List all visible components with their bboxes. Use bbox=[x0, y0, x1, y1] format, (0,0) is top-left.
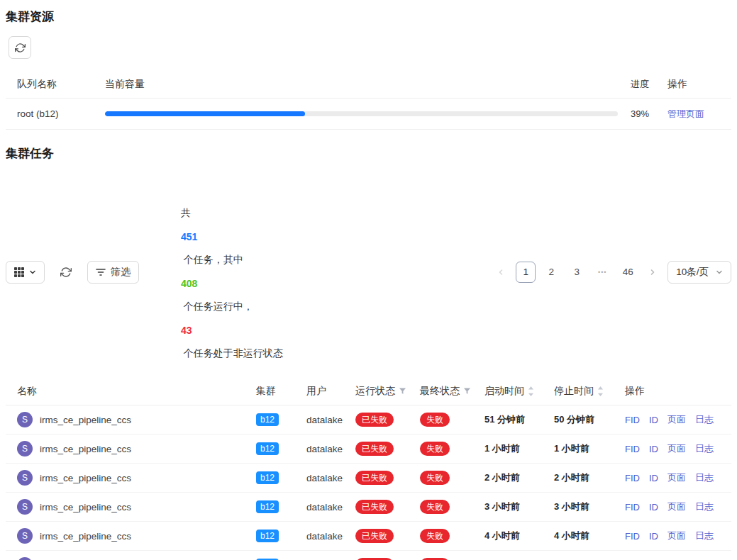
task-row: S irms_ce_pipeline_ccs b12 datalake 已失败 … bbox=[6, 522, 731, 551]
queue-name: root (b12) bbox=[6, 108, 105, 119]
manage-page-link[interactable]: 管理页面 bbox=[667, 108, 704, 119]
stop-time: 4 小时前 bbox=[554, 530, 619, 542]
run-status-badge: 已失败 bbox=[355, 471, 394, 485]
col-action: 操作 bbox=[619, 385, 731, 398]
id-link[interactable]: ID bbox=[649, 444, 658, 454]
page-number[interactable]: 3 bbox=[567, 262, 587, 283]
log-link[interactable]: 日志 bbox=[695, 530, 714, 542]
log-link[interactable]: 日志 bbox=[695, 500, 714, 513]
id-link[interactable]: ID bbox=[649, 531, 658, 542]
capacity-progress-bar bbox=[105, 111, 618, 116]
stop-time: 1 小时前 bbox=[554, 442, 619, 455]
progress-percent: 39% bbox=[631, 108, 667, 119]
task-row: S irms_ce_pipeline_ccs b12 datalake 已失败 … bbox=[6, 551, 731, 560]
refresh-icon bbox=[60, 267, 72, 278]
page-link[interactable]: 页面 bbox=[667, 442, 686, 455]
id-link[interactable]: ID bbox=[649, 473, 658, 483]
run-status-badge: 已失败 bbox=[355, 500, 394, 514]
id-link[interactable]: ID bbox=[649, 502, 658, 513]
col-action: 操作 bbox=[667, 78, 731, 91]
cluster-resources-section: 集群资源 队列名称 当前容量 进度 操作 root (b12) bbox=[6, 9, 731, 130]
page-link[interactable]: 页面 bbox=[667, 413, 686, 426]
col-name: 名称 bbox=[6, 385, 256, 398]
summary-text: 个任务，其中 bbox=[181, 254, 246, 265]
chevron-right-icon bbox=[649, 269, 656, 276]
start-time: 2 小时前 bbox=[484, 471, 554, 484]
cluster-tasks-section: 集群任务 bbox=[6, 145, 731, 560]
cluster-badge: b12 bbox=[256, 442, 279, 455]
id-link[interactable]: ID bbox=[649, 415, 658, 425]
tasks-table-body: S irms_ce_pipeline_ccs b12 datalake 已失败 … bbox=[6, 405, 731, 560]
task-name: irms_ce_pipeline_ccs bbox=[40, 444, 131, 454]
page-number[interactable]: 2 bbox=[541, 262, 561, 283]
col-queue-name: 队列名称 bbox=[6, 78, 105, 91]
task-name: irms_ce_pipeline_ccs bbox=[40, 502, 131, 513]
col-final-status: 最终状态 bbox=[420, 385, 484, 398]
funnel-filter-icon[interactable] bbox=[463, 387, 471, 395]
summary-text: 共 bbox=[181, 207, 194, 218]
summary-text: 408 bbox=[181, 278, 197, 289]
tasks-refresh-button[interactable] bbox=[60, 267, 72, 278]
next-page-button[interactable] bbox=[643, 262, 662, 283]
resources-table: 队列名称 当前容量 进度 操作 root (b12) 39% 管理页面 bbox=[6, 70, 731, 130]
stop-time: 3 小时前 bbox=[554, 500, 619, 513]
run-status-badge: 已失败 bbox=[355, 529, 394, 543]
task-summary: 共 451 个任务，其中 408 个任务运行中， 43 个任务处于非运行状态 bbox=[153, 173, 283, 371]
cluster-resources-title: 集群资源 bbox=[6, 9, 731, 25]
resources-table-header: 队列名称 当前容量 进度 操作 bbox=[6, 70, 731, 99]
task-name: irms_ce_pipeline_ccs bbox=[40, 415, 131, 425]
cluster-badge: b12 bbox=[256, 471, 279, 484]
sorter-icon[interactable] bbox=[528, 386, 534, 396]
tasks-table: 名称 集群 用户 运行状态 最终状态 启动时间 停止时间 bbox=[6, 377, 731, 560]
cluster-badge: b12 bbox=[256, 530, 279, 542]
page-size-select[interactable]: 10条/页 bbox=[667, 261, 731, 284]
resources-refresh-button[interactable] bbox=[9, 36, 31, 59]
final-status-badge: 失败 bbox=[420, 529, 450, 543]
log-link[interactable]: 日志 bbox=[695, 471, 714, 484]
fid-link[interactable]: FID bbox=[625, 502, 640, 513]
final-status-badge: 失败 bbox=[420, 471, 450, 485]
page: 集群资源 队列名称 当前容量 进度 操作 root (b12) bbox=[0, 0, 737, 560]
column-settings-button[interactable] bbox=[6, 261, 45, 284]
page-link[interactable]: 页面 bbox=[667, 530, 686, 542]
fid-link[interactable]: FID bbox=[625, 473, 640, 483]
page-number[interactable]: 46 bbox=[618, 262, 638, 283]
chevron-down-icon bbox=[716, 269, 723, 276]
log-link[interactable]: 日志 bbox=[695, 413, 714, 426]
cluster-badge: b12 bbox=[256, 413, 279, 426]
page-link[interactable]: 页面 bbox=[667, 500, 686, 513]
page-link[interactable]: 页面 bbox=[667, 471, 686, 484]
funnel-filter-icon[interactable] bbox=[399, 387, 406, 395]
col-progress: 进度 bbox=[631, 78, 667, 91]
task-row: S irms_ce_pipeline_ccs b12 datalake 已失败 … bbox=[6, 493, 731, 522]
col-start-time: 启动时间 bbox=[484, 385, 554, 398]
prev-page-button[interactable] bbox=[492, 262, 510, 283]
log-link[interactable]: 日志 bbox=[695, 442, 714, 455]
final-status-badge: 失败 bbox=[420, 500, 450, 514]
fid-link[interactable]: FID bbox=[625, 531, 640, 542]
task-name: irms_ce_pipeline_ccs bbox=[40, 531, 131, 542]
sorter-icon[interactable] bbox=[597, 386, 604, 396]
page-number[interactable]: ••• bbox=[592, 262, 612, 283]
task-user: datalake bbox=[306, 502, 355, 513]
task-user: datalake bbox=[306, 473, 355, 483]
task-row: S irms_ce_pipeline_ccs b12 datalake 已失败 … bbox=[6, 435, 731, 464]
col-current-capacity: 当前容量 bbox=[105, 78, 631, 91]
avatar: S bbox=[17, 528, 33, 544]
chevron-down-icon bbox=[29, 269, 36, 276]
pagination-top: 1 2 3 ••• 46 10条/页 bbox=[492, 261, 731, 284]
task-row: S irms_ce_pipeline_ccs b12 datalake 已失败 … bbox=[6, 405, 731, 435]
start-time: 3 小时前 bbox=[484, 500, 554, 513]
start-time: 1 小时前 bbox=[484, 442, 554, 455]
fid-link[interactable]: FID bbox=[625, 415, 640, 425]
page-number[interactable]: 1 bbox=[516, 262, 536, 283]
filter-button[interactable]: 筛选 bbox=[87, 261, 139, 284]
chevron-left-icon bbox=[497, 269, 504, 276]
fid-link[interactable]: FID bbox=[625, 444, 640, 454]
tasks-toolbar: 筛选 共 451 个任务，其中 408 个任务运行中， 43 个任务处于非运行状 bbox=[6, 173, 731, 371]
start-time: 4 小时前 bbox=[484, 530, 554, 542]
page-list: 1 2 3 ••• 46 bbox=[516, 262, 638, 283]
filter-icon bbox=[96, 268, 106, 276]
run-status-badge: 已失败 bbox=[355, 442, 394, 456]
cluster-badge: b12 bbox=[256, 500, 279, 513]
